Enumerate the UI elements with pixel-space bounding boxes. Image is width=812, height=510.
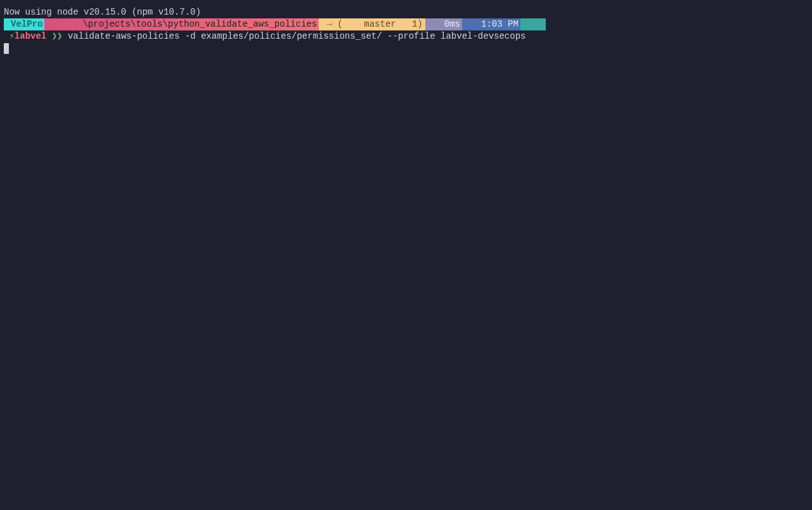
prompt-user: labvel <box>15 31 46 41</box>
git-branch-segment: → ( master 1) <box>319 18 425 30</box>
host-segment: VelPro <box>4 18 44 30</box>
branch-suffix: ) <box>417 19 422 29</box>
branch-name: master <box>364 19 396 29</box>
time-segment: 1:03 PM <box>462 18 520 30</box>
node-version-message: Now using node v20.15.0 (npm v10.7.0) <box>0 6 812 18</box>
bolt-icon: ⚡ <box>4 31 15 41</box>
duration-segment: 0ms <box>425 18 462 30</box>
status-bar: VelPro \projects\tools\python_validate_a… <box>0 18 812 30</box>
terminal-cursor <box>4 43 9 54</box>
branch-prefix: → ( <box>321 19 343 29</box>
prompt-line[interactable]: ⚡labvel ❯❯ validate-aws-policies -d exam… <box>0 30 812 43</box>
prompt-arrows-icon: ❯❯ <box>46 31 68 41</box>
status-tail-segment <box>520 18 546 30</box>
command-input[interactable]: validate-aws-policies -d examples/polici… <box>68 31 526 41</box>
path-segment: \projects\tools\python_validate_aws_poli… <box>44 18 319 30</box>
cursor-line[interactable] <box>0 43 812 55</box>
